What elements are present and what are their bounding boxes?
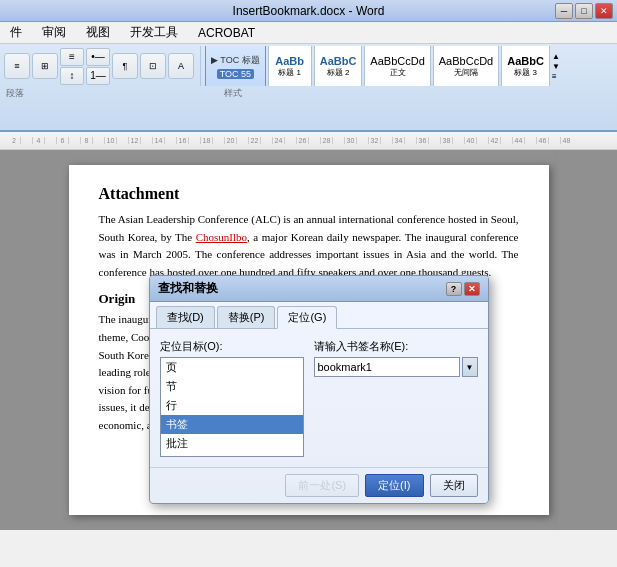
styles-group: ▶ TOC 标题 TOC 55 AaBb 标题 1 AaBbC 标题 2 AaB… bbox=[205, 46, 613, 86]
listbox-footnote[interactable]: 脚注 bbox=[161, 453, 303, 457]
list-btn[interactable]: ≡ bbox=[4, 53, 30, 79]
dialog-right-panel: 请输入书签名称(E): ▼ bbox=[314, 339, 478, 457]
doc-highlight: ChosunIlbo bbox=[196, 231, 247, 243]
dialog-footer: 前一处(S) 定位(I) 关闭 bbox=[150, 467, 488, 503]
listbox-bookmark[interactable]: 书签 bbox=[161, 415, 303, 434]
listbox-line[interactable]: 行 bbox=[161, 396, 303, 415]
dialog-title-buttons: ? ✕ bbox=[446, 282, 480, 296]
style-normal[interactable]: AaBbCcDd 正文 bbox=[364, 46, 430, 86]
target-listbox[interactable]: 页 节 行 书签 批注 脚注 bbox=[160, 357, 304, 457]
menu-acrobat[interactable]: ACROBAT bbox=[192, 24, 261, 42]
menu-bar: 件 审阅 视图 开发工具 ACROBAT bbox=[0, 22, 617, 44]
goto-button[interactable]: 定位(I) bbox=[365, 474, 423, 497]
indent-btn[interactable]: ⊞ bbox=[32, 53, 58, 79]
bookmark-input-group: ▼ bbox=[314, 357, 478, 377]
dialog-title-text: 查找和替换 bbox=[158, 280, 218, 297]
border-btn[interactable]: ⊡ bbox=[140, 53, 166, 79]
close-dialog-button[interactable]: 关闭 bbox=[430, 474, 478, 497]
dialog-tab-find[interactable]: 查找(D) bbox=[156, 306, 215, 328]
title-buttons: ─ □ ✕ bbox=[555, 3, 613, 19]
ruler: 2 4 6 8 10 12 14 16 18 20 22 24 26 28 30… bbox=[0, 132, 617, 150]
document-page: Attachment The Asian Leadership Conferen… bbox=[69, 165, 549, 515]
align-btn[interactable]: ≡ bbox=[60, 48, 84, 66]
window-title: InsertBookmark.docx - Word bbox=[233, 4, 385, 18]
menu-file[interactable]: 件 bbox=[4, 22, 28, 43]
style-heading3[interactable]: AaBbC 标题 3 bbox=[501, 46, 550, 86]
style-heading2[interactable]: AaBbC 标题 2 bbox=[314, 46, 363, 86]
minimize-button[interactable]: ─ bbox=[555, 3, 573, 19]
title-bar: InsertBookmark.docx - Word ─ □ ✕ bbox=[0, 0, 617, 22]
find-replace-dialog: 查找和替换 ? ✕ 查找(D) 替换(P) 定位(G) 定位目标(O): 页 节… bbox=[149, 275, 489, 504]
listbox-page[interactable]: 页 bbox=[161, 358, 303, 377]
menu-view[interactable]: 视图 bbox=[80, 22, 116, 43]
menu-developer[interactable]: 开发工具 bbox=[124, 22, 184, 43]
dialog-tab-replace[interactable]: 替换(P) bbox=[217, 306, 276, 328]
paragraph-label: 段落 bbox=[6, 87, 24, 100]
style-toc[interactable]: ▶ TOC 标题 TOC 55 bbox=[205, 46, 266, 86]
close-button[interactable]: ✕ bbox=[595, 3, 613, 19]
styles-scroll[interactable]: ▲ ▼ ≡ bbox=[552, 52, 560, 81]
dialog-left-panel: 定位目标(O): 页 节 行 书签 批注 脚注 bbox=[160, 339, 304, 457]
menu-review[interactable]: 审阅 bbox=[36, 22, 72, 43]
number-btn[interactable]: 1— bbox=[86, 67, 110, 85]
dialog-tabs: 查找(D) 替换(P) 定位(G) bbox=[150, 302, 488, 329]
prev-button[interactable]: 前一处(S) bbox=[285, 474, 359, 497]
dialog-help-button[interactable]: ? bbox=[446, 282, 462, 296]
bookmark-input[interactable] bbox=[314, 357, 460, 377]
ribbon: ≡ ⊞ ≡ ↕ •— 1— ¶ ⊡ A ▶ TOC 标题 TOC 55 AaBb… bbox=[0, 44, 617, 132]
listbox-comment[interactable]: 批注 bbox=[161, 434, 303, 453]
format-btn[interactable]: ¶ bbox=[112, 53, 138, 79]
style-heading1[interactable]: AaBb 标题 1 bbox=[268, 46, 312, 86]
dialog-tab-goto[interactable]: 定位(G) bbox=[277, 306, 337, 329]
maximize-button[interactable]: □ bbox=[575, 3, 593, 19]
dialog-close-title-button[interactable]: ✕ bbox=[464, 282, 480, 296]
bookmark-dropdown-btn[interactable]: ▼ bbox=[462, 357, 478, 377]
sort-btn[interactable]: ↕ bbox=[60, 67, 84, 85]
shading-btn[interactable]: A bbox=[168, 53, 194, 79]
right-margin-line bbox=[556, 150, 557, 530]
paragraph-group: ≡ ⊞ ≡ ↕ •— 1— ¶ ⊡ A bbox=[4, 46, 201, 86]
document-area: Attachment The Asian Leadership Conferen… bbox=[0, 150, 617, 530]
doc-heading: Attachment bbox=[99, 185, 519, 203]
listbox-section[interactable]: 节 bbox=[161, 377, 303, 396]
doc-body: The Asian Leadership Conference (ALC) is… bbox=[99, 211, 519, 281]
dialog-body: 定位目标(O): 页 节 行 书签 批注 脚注 请输入书签名称(E): ▼ bbox=[150, 329, 488, 467]
dialog-title-bar: 查找和替换 ? ✕ bbox=[150, 276, 488, 302]
target-label: 定位目标(O): bbox=[160, 339, 304, 354]
bullet-btn[interactable]: •— bbox=[86, 48, 110, 66]
style-nospacing[interactable]: AaBbCcDd 无间隔 bbox=[433, 46, 499, 86]
input-label: 请输入书签名称(E): bbox=[314, 339, 478, 354]
styles-label: 样式 bbox=[224, 87, 242, 100]
